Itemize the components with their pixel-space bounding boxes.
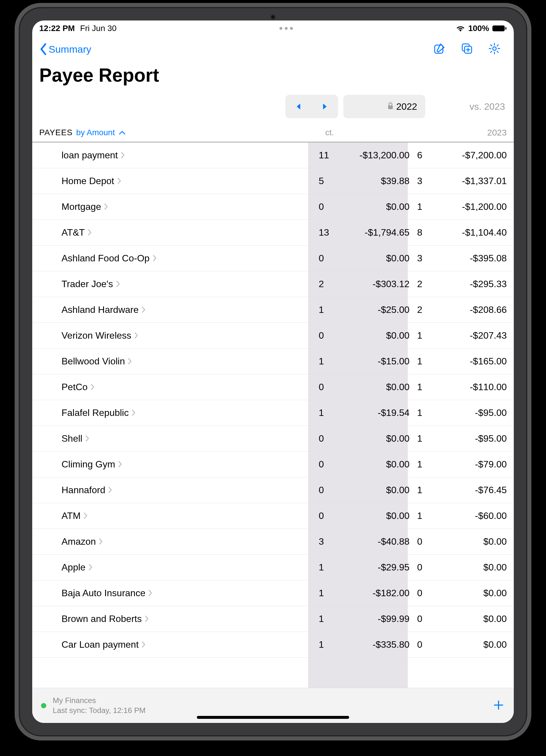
home-indicator[interactable] [197,716,349,719]
table-row[interactable]: Mortgage 0 $0.00 1 -$1,200.00 [32,194,514,220]
amount-2023: $0.00 [431,613,514,624]
year-next-button[interactable] [312,95,338,118]
page-title: Payee Report [32,59,514,95]
payee-name[interactable]: Car Loan payment [61,639,314,650]
amount-2022: -$19.54 [338,407,414,418]
count-2023: 2 [414,304,431,315]
payee-name[interactable]: Ashland Hardware [61,304,314,315]
count-2023: 3 [414,176,431,186]
payee-name[interactable]: Hannaford [61,485,314,496]
status-date: Fri Jun 30 [80,24,117,33]
amount-2022: -$182.00 [338,588,414,599]
wifi-icon [456,25,465,32]
compare-year-label[interactable]: vs. 2023 [431,101,507,112]
payee-name[interactable]: Amazon [61,536,314,547]
table-row[interactable]: Brown and Roberts 1 -$99.99 0 $0.00 [32,606,514,632]
payee-name[interactable]: Apple [61,562,314,573]
amount-2023: -$1,104.40 [431,227,514,238]
table-row[interactable]: Ashland Hardware 1 -$25.00 2 -$208.66 [32,297,514,323]
table-row[interactable]: Car Loan payment 1 -$335.80 0 $0.00 [32,632,514,658]
table-row[interactable]: Falafel Republic 1 -$19.54 1 -$95.00 [32,400,514,426]
count-2022: 0 [314,485,338,496]
svg-rect-6 [388,105,393,109]
payee-label: Mortgage [61,201,101,212]
amount-2023: $0.00 [431,588,514,599]
payee-label: Falafel Republic [61,407,129,418]
table-row[interactable]: Hannaford 0 $0.00 1 -$76.45 [32,477,514,503]
payee-name[interactable]: Ashland Food Co-Op [61,253,314,264]
battery-icon [492,25,507,32]
amount-2022: $0.00 [338,510,414,521]
table-row[interactable]: Ashland Food Co-Op 0 $0.00 3 -$395.08 [32,246,514,271]
amount-2022: $39.88 [338,176,414,186]
payee-name[interactable]: Baja Auto Insurance [61,588,314,599]
sort-button[interactable]: by Amount [76,128,125,137]
payee-name[interactable]: AT&T [61,227,314,238]
amount-2022: $0.00 [338,201,414,212]
payee-label: Car Loan payment [61,639,138,650]
payee-label: Apple [61,562,85,573]
count-2023: 1 [414,356,431,367]
nav-bar: Summary [32,36,514,59]
payee-name[interactable]: ATM [61,510,314,521]
payee-name[interactable]: Trader Joe's [61,279,314,289]
payee-name[interactable]: Bellwood Violin [61,356,314,367]
settings-button[interactable] [488,42,501,56]
payee-name[interactable]: PetCo [61,382,314,392]
table-row[interactable]: Climing Gym 0 $0.00 1 -$79.00 [32,452,514,477]
status-bar: 12:22 PM Fri Jun 30 100% [32,20,514,36]
payee-name[interactable]: Verizon Wireless [61,330,314,341]
chevron-right-icon [104,201,108,212]
add-button[interactable] [492,699,505,713]
payee-label: ATM [61,510,81,521]
table-row[interactable]: Trader Joe's 2 -$303.12 2 -$295.33 [32,271,514,297]
count-2023: 1 [414,459,431,470]
count-2022: 0 [314,433,338,444]
count-2022: 1 [314,613,338,624]
chevron-right-icon [117,176,121,186]
table-row[interactable]: loan payment 11 -$13,200.00 6 -$7,200.00 [32,143,514,168]
payee-label: Baja Auto Insurance [61,588,145,599]
payee-name[interactable]: Shell [61,433,314,444]
amount-2022: -$25.00 [338,304,414,315]
compose-button[interactable] [433,42,446,56]
payee-label: loan payment [61,150,118,161]
multitask-dots-icon[interactable] [280,27,293,30]
count-2023: 3 [414,253,431,264]
payee-name[interactable]: loan payment [61,150,314,161]
count-2022: 3 [314,536,338,547]
table-row[interactable]: ATM 0 $0.00 1 -$60.00 [32,503,514,529]
payee-name[interactable]: Falafel Republic [61,407,314,418]
svg-rect-1 [505,27,506,30]
table-row[interactable]: Bellwood Violin 1 -$15.00 1 -$165.00 [32,349,514,374]
table-row[interactable]: Shell 0 $0.00 1 -$95.00 [32,426,514,452]
table-row[interactable]: Apple 1 -$29.95 0 $0.00 [32,555,514,580]
amount-2023: $0.00 [431,639,514,650]
table-row[interactable]: Amazon 3 -$40.88 0 $0.00 [32,529,514,555]
chevron-right-icon [121,150,125,161]
sync-status-dot-icon [41,703,46,708]
payee-name[interactable]: Home Depot [61,176,314,186]
back-button[interactable]: Summary [39,43,91,55]
amount-2023: -$76.45 [431,485,514,496]
payee-label: PetCo [61,382,88,392]
duplicate-button[interactable] [461,42,473,56]
table-row[interactable]: Baja Auto Insurance 1 -$182.00 0 $0.00 [32,580,514,606]
table-row[interactable]: AT&T 13 -$1,794.65 8 -$1,104.40 [32,220,514,246]
count-2022: 1 [314,562,338,573]
year-prev-button[interactable] [285,95,312,118]
table-row[interactable]: Verizon Wireless 0 $0.00 1 -$207.43 [32,323,514,349]
table-row[interactable]: Home Depot 5 $39.88 3 -$1,337.01 [32,168,514,194]
chevron-right-icon [85,433,89,444]
payee-name[interactable]: Mortgage [61,201,314,212]
table-row[interactable]: PetCo 0 $0.00 1 -$110.00 [32,374,514,400]
camera [270,14,276,20]
svg-point-5 [493,47,496,50]
amount-2023: -$79.00 [431,459,514,470]
amount-2022: $0.00 [338,485,414,496]
payee-name[interactable]: Brown and Roberts [61,613,314,624]
count-2023: 1 [414,330,431,341]
payee-name[interactable]: Climing Gym [61,459,314,470]
count-2022: 1 [314,407,338,418]
year-picker[interactable]: 2022 [343,95,425,118]
